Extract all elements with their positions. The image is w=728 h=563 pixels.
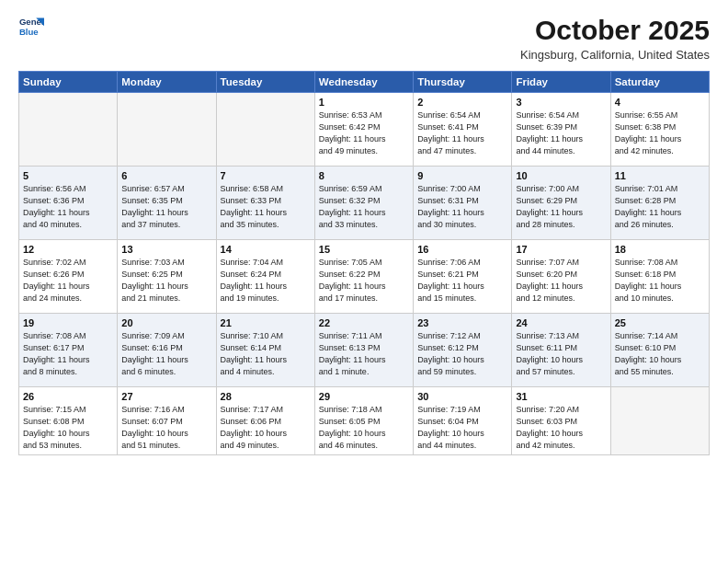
calendar-cell: 9Sunrise: 7:00 AM Sunset: 6:31 PM Daylig… — [414, 167, 512, 240]
calendar-cell — [216, 93, 314, 167]
day-number: 9 — [417, 170, 507, 181]
day-number: 12 — [23, 244, 113, 255]
calendar-cell: 25Sunrise: 7:14 AM Sunset: 6:10 PM Dayli… — [610, 314, 709, 387]
day-info: Sunrise: 7:18 AM Sunset: 6:05 PM Dayligh… — [319, 404, 409, 452]
day-number: 29 — [319, 391, 409, 402]
calendar-cell: 20Sunrise: 7:09 AM Sunset: 6:16 PM Dayli… — [118, 314, 216, 387]
calendar-cell: 22Sunrise: 7:11 AM Sunset: 6:13 PM Dayli… — [314, 314, 413, 387]
day-number: 21 — [221, 317, 311, 328]
header-row: SundayMondayTuesdayWednesdayThursdayFrid… — [19, 72, 710, 93]
day-info: Sunrise: 7:20 AM Sunset: 6:03 PM Dayligh… — [516, 404, 606, 452]
day-number: 14 — [221, 244, 311, 255]
calendar-cell: 28Sunrise: 7:17 AM Sunset: 6:06 PM Dayli… — [216, 387, 314, 455]
calendar-cell: 31Sunrise: 7:20 AM Sunset: 6:03 PM Dayli… — [512, 387, 610, 455]
week-row-3: 12Sunrise: 7:02 AM Sunset: 6:26 PM Dayli… — [19, 240, 710, 314]
day-number: 31 — [516, 391, 606, 402]
calendar-cell: 23Sunrise: 7:12 AM Sunset: 6:12 PM Dayli… — [414, 314, 512, 387]
day-header-wednesday: Wednesday — [314, 72, 413, 93]
day-info: Sunrise: 7:04 AM Sunset: 6:24 PM Dayligh… — [221, 257, 311, 304]
day-header-thursday: Thursday — [414, 72, 512, 93]
week-row-4: 19Sunrise: 7:08 AM Sunset: 6:17 PM Dayli… — [19, 314, 710, 387]
day-info: Sunrise: 6:53 AM Sunset: 6:42 PM Dayligh… — [319, 109, 409, 157]
calendar-cell: 7Sunrise: 6:58 AM Sunset: 6:33 PM Daylig… — [216, 167, 314, 240]
day-number: 30 — [417, 391, 507, 402]
day-number: 4 — [615, 97, 705, 108]
day-number: 3 — [516, 97, 606, 108]
week-row-1: 1Sunrise: 6:53 AM Sunset: 6:42 PM Daylig… — [19, 93, 710, 167]
calendar-cell: 4Sunrise: 6:55 AM Sunset: 6:38 PM Daylig… — [610, 93, 709, 167]
day-number: 27 — [121, 391, 211, 402]
calendar-cell: 27Sunrise: 7:16 AM Sunset: 6:07 PM Dayli… — [118, 387, 216, 455]
day-number: 22 — [319, 317, 409, 328]
day-info: Sunrise: 7:08 AM Sunset: 6:17 PM Dayligh… — [23, 330, 113, 378]
calendar-table: SundayMondayTuesdayWednesdayThursdayFrid… — [18, 71, 710, 455]
calendar-cell: 1Sunrise: 6:53 AM Sunset: 6:42 PM Daylig… — [314, 93, 413, 167]
calendar-cell: 19Sunrise: 7:08 AM Sunset: 6:17 PM Dayli… — [19, 314, 118, 387]
day-header-sunday: Sunday — [19, 72, 118, 93]
day-number: 7 — [221, 170, 311, 181]
day-number: 11 — [615, 170, 705, 181]
calendar-cell: 24Sunrise: 7:13 AM Sunset: 6:11 PM Dayli… — [512, 314, 610, 387]
day-header-tuesday: Tuesday — [216, 72, 314, 93]
calendar-cell: 16Sunrise: 7:06 AM Sunset: 6:21 PM Dayli… — [414, 240, 512, 314]
day-info: Sunrise: 7:11 AM Sunset: 6:13 PM Dayligh… — [319, 330, 409, 378]
day-info: Sunrise: 7:15 AM Sunset: 6:08 PM Dayligh… — [23, 404, 113, 452]
day-number: 5 — [23, 170, 113, 181]
calendar-container: General Blue October 2025 Kingsburg, Cal… — [0, 0, 728, 563]
day-info: Sunrise: 7:17 AM Sunset: 6:06 PM Dayligh… — [221, 404, 311, 452]
calendar-cell: 21Sunrise: 7:10 AM Sunset: 6:14 PM Dayli… — [216, 314, 314, 387]
calendar-cell: 13Sunrise: 7:03 AM Sunset: 6:25 PM Dayli… — [118, 240, 216, 314]
location: Kingsburg, California, United States — [520, 48, 710, 62]
day-info: Sunrise: 6:56 AM Sunset: 6:36 PM Dayligh… — [23, 183, 113, 231]
day-info: Sunrise: 7:13 AM Sunset: 6:11 PM Dayligh… — [516, 330, 606, 378]
calendar-cell: 6Sunrise: 6:57 AM Sunset: 6:35 PM Daylig… — [118, 167, 216, 240]
day-number: 18 — [615, 244, 705, 255]
day-info: Sunrise: 7:02 AM Sunset: 6:26 PM Dayligh… — [23, 257, 113, 304]
day-number: 25 — [615, 317, 705, 328]
day-info: Sunrise: 7:01 AM Sunset: 6:28 PM Dayligh… — [615, 183, 705, 231]
calendar-cell: 8Sunrise: 6:59 AM Sunset: 6:32 PM Daylig… — [314, 167, 413, 240]
day-info: Sunrise: 7:06 AM Sunset: 6:21 PM Dayligh… — [417, 257, 507, 304]
day-info: Sunrise: 7:00 AM Sunset: 6:31 PM Dayligh… — [417, 183, 507, 231]
calendar-cell: 29Sunrise: 7:18 AM Sunset: 6:05 PM Dayli… — [314, 387, 413, 455]
day-info: Sunrise: 7:07 AM Sunset: 6:20 PM Dayligh… — [516, 257, 606, 304]
day-info: Sunrise: 7:16 AM Sunset: 6:07 PM Dayligh… — [121, 404, 211, 452]
logo: General Blue — [18, 15, 44, 40]
calendar-cell: 12Sunrise: 7:02 AM Sunset: 6:26 PM Dayli… — [19, 240, 118, 314]
month-title: October 2025 — [520, 15, 710, 46]
day-number: 16 — [417, 244, 507, 255]
day-number: 15 — [319, 244, 409, 255]
calendar-cell: 17Sunrise: 7:07 AM Sunset: 6:20 PM Dayli… — [512, 240, 610, 314]
calendar-cell — [610, 387, 709, 455]
calendar-cell — [19, 93, 118, 167]
day-number: 8 — [319, 170, 409, 181]
day-header-saturday: Saturday — [610, 72, 709, 93]
calendar-cell: 2Sunrise: 6:54 AM Sunset: 6:41 PM Daylig… — [414, 93, 512, 167]
day-info: Sunrise: 7:09 AM Sunset: 6:16 PM Dayligh… — [121, 330, 211, 378]
day-info: Sunrise: 6:59 AM Sunset: 6:32 PM Dayligh… — [319, 183, 409, 231]
day-info: Sunrise: 6:58 AM Sunset: 6:33 PM Dayligh… — [221, 183, 311, 231]
day-number: 6 — [121, 170, 211, 181]
day-info: Sunrise: 6:57 AM Sunset: 6:35 PM Dayligh… — [121, 183, 211, 231]
calendar-cell: 30Sunrise: 7:19 AM Sunset: 6:04 PM Dayli… — [414, 387, 512, 455]
day-number: 24 — [516, 317, 606, 328]
day-number: 1 — [319, 97, 409, 108]
calendar-cell — [118, 93, 216, 167]
day-info: Sunrise: 7:05 AM Sunset: 6:22 PM Dayligh… — [319, 257, 409, 304]
week-row-5: 26Sunrise: 7:15 AM Sunset: 6:08 PM Dayli… — [19, 387, 710, 455]
calendar-cell: 5Sunrise: 6:56 AM Sunset: 6:36 PM Daylig… — [19, 167, 118, 240]
day-info: Sunrise: 7:19 AM Sunset: 6:04 PM Dayligh… — [417, 404, 507, 452]
day-number: 10 — [516, 170, 606, 181]
day-header-friday: Friday — [512, 72, 610, 93]
day-header-monday: Monday — [118, 72, 216, 93]
title-block: October 2025 Kingsburg, California, Unit… — [520, 15, 710, 62]
day-number: 28 — [221, 391, 311, 402]
header: General Blue October 2025 Kingsburg, Cal… — [18, 15, 710, 62]
day-number: 23 — [417, 317, 507, 328]
day-number: 26 — [23, 391, 113, 402]
week-row-2: 5Sunrise: 6:56 AM Sunset: 6:36 PM Daylig… — [19, 167, 710, 240]
calendar-cell: 10Sunrise: 7:00 AM Sunset: 6:29 PM Dayli… — [512, 167, 610, 240]
calendar-cell: 26Sunrise: 7:15 AM Sunset: 6:08 PM Dayli… — [19, 387, 118, 455]
day-info: Sunrise: 7:12 AM Sunset: 6:12 PM Dayligh… — [417, 330, 507, 378]
day-info: Sunrise: 7:03 AM Sunset: 6:25 PM Dayligh… — [121, 257, 211, 304]
